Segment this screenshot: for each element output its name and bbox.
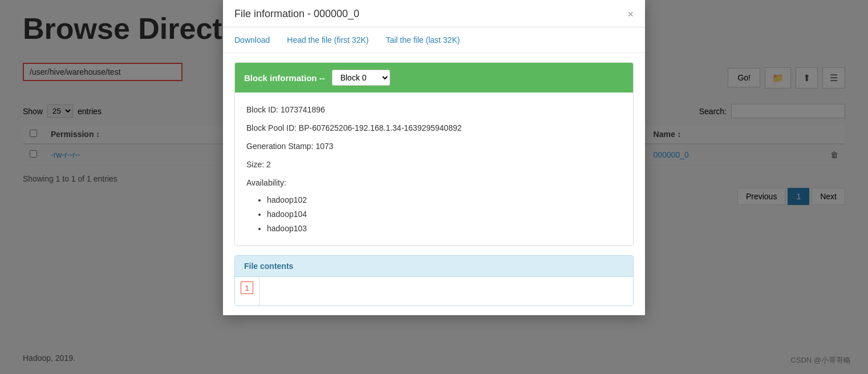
- tail-file-link[interactable]: Tail the file (last 32K): [386, 35, 460, 45]
- modal-close-button[interactable]: ×: [627, 9, 634, 19]
- download-link[interactable]: Download: [234, 35, 270, 45]
- modal-title: File information - 000000_0: [234, 8, 359, 20]
- block-info-section: Block information -- Block 0 Block ID: 1…: [234, 62, 634, 246]
- modal-overlay: File information - 000000_0 × Download H…: [0, 0, 868, 374]
- block-id: Block ID: 1073741896: [246, 102, 622, 118]
- block-info-header: Block information -- Block 0: [235, 63, 633, 93]
- file-editor: 1: [235, 277, 633, 305]
- generation-stamp: Generation Stamp: 1073: [246, 138, 622, 154]
- host-3: hadoop103: [267, 222, 622, 236]
- editor-content: [259, 277, 633, 305]
- head-file-link[interactable]: Head the file (first 32K): [287, 35, 368, 45]
- line-number-1: 1: [241, 281, 253, 294]
- block-size: Size: 2: [246, 156, 622, 172]
- host-1: hadoop102: [267, 193, 622, 207]
- file-info-modal: File information - 000000_0 × Download H…: [223, 0, 645, 315]
- block-info-body: Block ID: 1073741896 Block Pool ID: BP-6…: [235, 93, 633, 246]
- modal-header: File information - 000000_0 ×: [223, 0, 645, 27]
- block-info-label: Block information --: [244, 73, 325, 83]
- line-numbers: 1: [235, 277, 259, 305]
- block-select[interactable]: Block 0: [332, 70, 390, 86]
- block-pool-id: Block Pool ID: BP-607625206-192.168.1.34…: [246, 120, 622, 136]
- availability-list: hadoop102 hadoop104 hadoop103: [246, 193, 622, 236]
- file-contents-body: 1: [235, 277, 633, 305]
- file-contents-section: File contents 1: [234, 255, 634, 306]
- host-2: hadoop104: [267, 207, 622, 222]
- modal-actions: Download Head the file (first 32K) Tail …: [223, 27, 645, 53]
- availability-label: Availability:: [246, 175, 622, 191]
- file-contents-header: File contents: [235, 256, 633, 277]
